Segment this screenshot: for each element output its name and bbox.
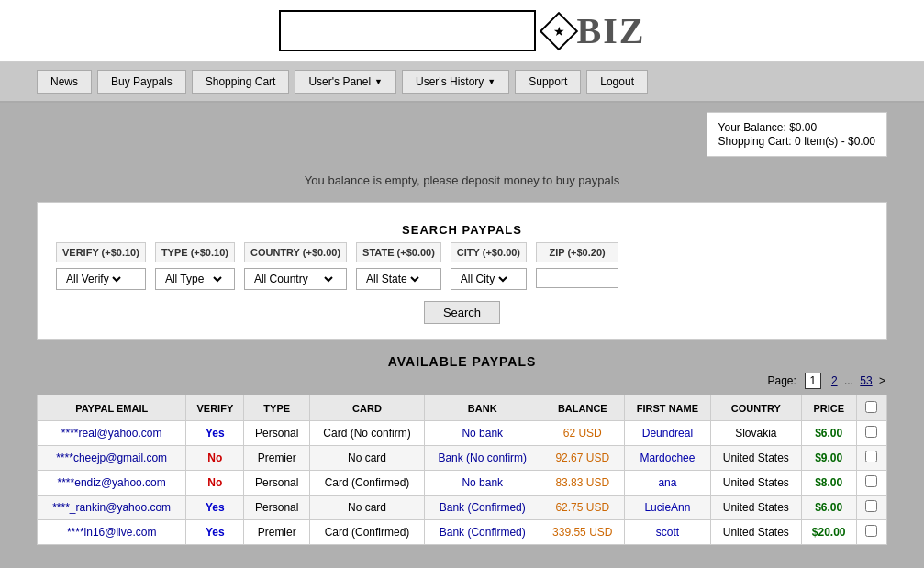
city-dropdown[interactable]: All City: [457, 272, 510, 286]
zip-input[interactable]: [536, 268, 618, 288]
col-header-email: PAYPAL EMAIL: [38, 395, 186, 421]
nav-news[interactable]: News: [37, 70, 92, 94]
paypals-table: PAYPAL EMAIL VERIFY TYPE CARD BANK BALAN…: [37, 395, 887, 545]
users-history-arrow-icon: ▼: [487, 77, 495, 86]
table-row: ****in16@live.com Yes Premier Card (Conf…: [38, 520, 887, 545]
main-content: You balance is empty, please deposit mon…: [0, 157, 924, 554]
filter-city-select[interactable]: All City: [451, 268, 527, 290]
filter-verify-select[interactable]: All Verify Yes No: [56, 268, 146, 290]
cell-checkbox[interactable]: [856, 446, 886, 471]
filter-country: COUNTRY (+$0.00) All Country United Stat…: [244, 242, 347, 290]
col-header-verify: VERIFY: [186, 395, 244, 421]
search-panel: SEARCH PAYPALS VERIFY (+$0.10) All Verif…: [37, 202, 887, 340]
nav-buy-paypals[interactable]: Buy Paypals: [97, 70, 186, 94]
users-panel-arrow-icon: ▼: [374, 77, 383, 86]
cell-bank: Bank (Confirmed): [425, 496, 540, 520]
cell-type: Personal: [244, 421, 310, 446]
type-dropdown[interactable]: All Type Personal Premier Business: [161, 272, 225, 286]
cell-bank: Bank (No confirm): [425, 446, 540, 471]
logo-search-input[interactable]: [279, 10, 536, 51]
email-link[interactable]: ****endiz@yahoo.com: [58, 476, 166, 489]
available-title: AVAILABLE PAYPALS: [37, 354, 887, 369]
col-header-balance: BALANCE: [540, 395, 625, 421]
page-current[interactable]: 1: [805, 373, 822, 389]
row-checkbox[interactable]: [865, 525, 877, 537]
table-row: ****cheejp@gmail.com No Premier No card …: [38, 446, 887, 471]
nav-support[interactable]: Support: [515, 70, 581, 94]
search-title: SEARCH PAYPALS: [56, 223, 868, 237]
row-checkbox[interactable]: [865, 500, 877, 512]
col-header-card: CARD: [310, 395, 425, 421]
cell-country: United States: [710, 471, 801, 496]
filter-type: TYPE (+$0.10) All Type Personal Premier …: [155, 242, 235, 290]
cell-balance: 92.67 USD: [540, 446, 625, 471]
verify-dropdown[interactable]: All Verify Yes No: [62, 272, 124, 286]
filter-verify: VERIFY (+$0.10) All Verify Yes No: [56, 242, 146, 290]
cell-price: $6.00: [801, 496, 856, 520]
country-dropdown[interactable]: All Country United States Slovakia: [250, 272, 336, 286]
email-link[interactable]: ****cheejp@gmail.com: [56, 451, 167, 464]
cell-balance: 83.83 USD: [540, 471, 625, 496]
cell-price: $8.00: [801, 471, 856, 496]
page-last-link[interactable]: 53: [860, 374, 872, 387]
cell-checkbox[interactable]: [856, 421, 886, 446]
cell-email: ****endiz@yahoo.com: [38, 471, 186, 496]
cell-bank: No bank: [425, 471, 540, 496]
filter-city: CITY (+$0.00) All City: [451, 242, 527, 290]
cell-price: $6.00: [801, 421, 856, 446]
row-checkbox[interactable]: [865, 475, 877, 487]
nav-logout[interactable]: Logout: [586, 70, 648, 94]
filter-verify-label: VERIFY (+$0.10): [56, 242, 146, 262]
page-next-link[interactable]: 2: [831, 374, 838, 387]
nav-users-history[interactable]: User's History ▼: [402, 70, 509, 94]
cell-email: ****_rankin@yahoo.com: [38, 496, 186, 520]
header: ★ BIZ: [0, 0, 924, 62]
cell-firstname: LucieAnn: [625, 496, 711, 520]
email-link[interactable]: ****real@yahoo.com: [61, 427, 162, 440]
cell-firstname: scott: [625, 520, 711, 545]
cell-card: Card (Confirmed): [310, 471, 425, 496]
col-header-checkbox[interactable]: [856, 395, 886, 421]
cell-verify: Yes: [186, 520, 244, 545]
filter-type-select[interactable]: All Type Personal Premier Business: [155, 268, 235, 290]
table-header-row: PAYPAL EMAIL VERIFY TYPE CARD BANK BALAN…: [38, 395, 887, 421]
cell-type: Personal: [244, 496, 310, 520]
search-button[interactable]: Search: [424, 301, 500, 324]
col-header-bank: BANK: [425, 395, 540, 421]
cell-bank: No bank: [425, 421, 540, 446]
filter-state: STATE (+$0.00) All State: [356, 242, 441, 290]
page-gt: >: [879, 374, 885, 387]
balance-line2: Shopping Cart: 0 Item(s) - $0.00: [718, 135, 875, 148]
page-ellipsis: ...: [844, 374, 853, 387]
cell-card: Card (Confirmed): [310, 520, 425, 545]
row-checkbox[interactable]: [865, 426, 877, 438]
filter-city-label: CITY (+$0.00): [451, 242, 527, 262]
email-link[interactable]: ****in16@live.com: [67, 526, 157, 539]
col-header-price: PRICE: [801, 395, 856, 421]
filter-state-select[interactable]: All State: [356, 268, 441, 290]
cell-verify: No: [186, 446, 244, 471]
col-header-firstname: FIRST NAME: [625, 395, 711, 421]
balance-box: Your Balance: $0.00 Shopping Cart: 0 Ite…: [707, 112, 887, 157]
balance-line1: Your Balance: $0.00: [718, 121, 875, 134]
col-header-type: TYPE: [244, 395, 310, 421]
cell-checkbox[interactable]: [856, 520, 886, 545]
filter-country-select[interactable]: All Country United States Slovakia: [244, 268, 347, 290]
state-dropdown[interactable]: All State: [362, 272, 422, 286]
cell-checkbox[interactable]: [856, 471, 886, 496]
cell-email: ****in16@live.com: [38, 520, 186, 545]
email-link[interactable]: ****_rankin@yahoo.com: [52, 501, 171, 514]
cell-firstname: Mardochee: [625, 446, 711, 471]
cell-country: United States: [710, 520, 801, 545]
select-all-checkbox[interactable]: [865, 401, 877, 413]
nav-users-panel[interactable]: User's Panel ▼: [295, 70, 396, 94]
filter-zip: ZIP (+$0.20): [536, 242, 618, 288]
row-checkbox[interactable]: [865, 451, 877, 462]
cell-type: Premier: [244, 446, 310, 471]
cell-checkbox[interactable]: [856, 496, 886, 520]
logo-text: BIZ: [577, 9, 646, 52]
logo-star-icon: ★: [539, 11, 577, 50]
cell-country: Slovakia: [710, 421, 801, 446]
nav-shopping-cart[interactable]: Shopping Cart: [192, 70, 290, 94]
cell-type: Personal: [244, 471, 310, 496]
